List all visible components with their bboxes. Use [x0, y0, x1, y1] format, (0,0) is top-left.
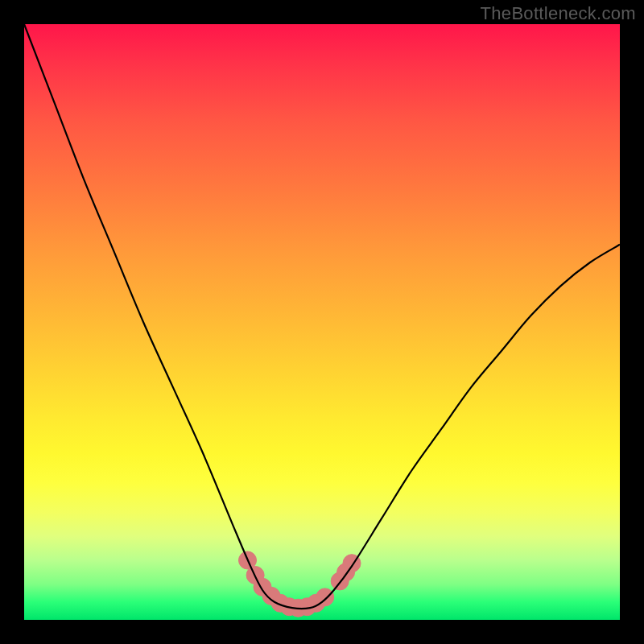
chart-svg	[24, 24, 620, 620]
marker-layer	[239, 551, 361, 617]
chart-plot-area	[24, 24, 620, 620]
watermark-text: TheBottleneck.com	[481, 3, 636, 24]
chart-frame: TheBottleneck.com	[0, 0, 644, 644]
curve-path	[24, 24, 620, 609]
